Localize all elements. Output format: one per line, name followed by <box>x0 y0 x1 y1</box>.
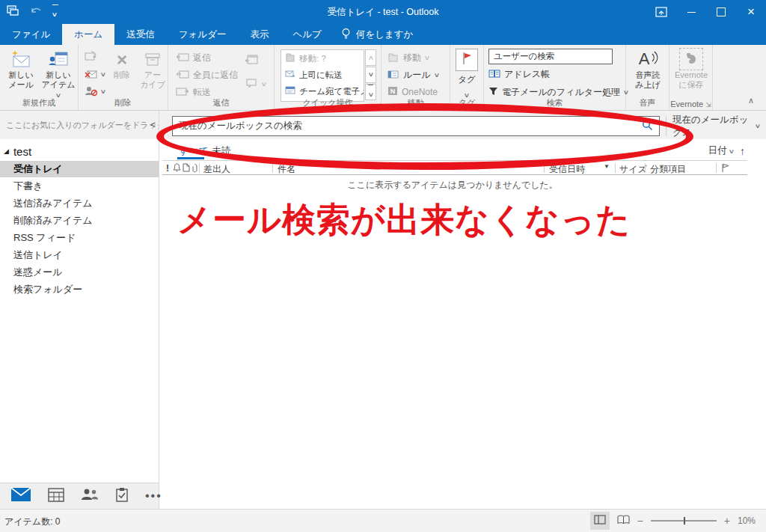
quick-steps-scroll-up-button[interactable]: ∨ <box>365 49 376 66</box>
account-node[interactable]: ◢ test <box>0 143 159 159</box>
column-from[interactable]: 差出人 <box>203 163 230 176</box>
onenote-button[interactable]: N OneNote <box>387 86 438 98</box>
new-mail-label-line2: メール <box>3 80 39 90</box>
find-user-input[interactable]: ユーザーの検索 <box>488 49 613 64</box>
rules-button[interactable]: ルール ∨ <box>387 69 438 82</box>
column-importance[interactable]: ! <box>166 163 169 174</box>
annotation-oval <box>156 103 693 170</box>
sort-controls: 日付 ∨ ↑ <box>708 144 745 157</box>
group-label-delete: 削除 <box>79 97 168 108</box>
new-items-button[interactable]: 新しい アイテム ∨ <box>40 48 76 100</box>
tab-home[interactable]: ホーム <box>62 24 114 45</box>
column-category[interactable]: 分類項目 <box>650 163 686 176</box>
reading-pane-layout-icon[interactable] <box>590 512 610 530</box>
quick-steps-box: 移動: ? 上司に転送 チーム宛て電子メ… <box>281 49 364 102</box>
team-email-icon <box>285 86 295 97</box>
quick-step-move[interactable]: 移動: ? <box>281 50 364 67</box>
quick-steps-scroll: ∨ ∨ ∨ <box>365 49 376 101</box>
ignore-button[interactable] <box>85 51 97 64</box>
delete-label: 削除 <box>105 70 138 80</box>
zoom-out-button[interactable]: − <box>637 515 643 527</box>
tab-file[interactable]: ファイル <box>0 24 62 45</box>
archive-label-line2: カイブ <box>138 80 167 90</box>
title-bar: ∨ 受信トレイ - test - Outlook × <box>0 0 766 24</box>
group-find: ユーザーの検索 アドレス帳 電子メールのフィルター処理 ∨ 検索 <box>484 45 626 110</box>
chevron-down-icon: ∨ <box>100 89 107 95</box>
group-respond: 返信 全員に返信 転送 ∨ 返信 <box>168 45 275 110</box>
folder-rss[interactable]: RSS フィード <box>0 230 159 246</box>
close-button[interactable]: × <box>736 0 766 24</box>
calendar-nav-icon[interactable] <box>48 487 64 505</box>
rules-label: ルール <box>403 69 431 82</box>
column-size[interactable]: サイズ <box>619 163 647 176</box>
attachment-icon[interactable] <box>192 163 198 175</box>
new-items-icon <box>40 48 76 70</box>
address-book-button[interactable]: アドレス帳 <box>488 68 550 81</box>
meeting-button[interactable] <box>245 54 258 67</box>
im-reply-button[interactable]: ∨ <box>245 78 266 91</box>
maximize-button[interactable] <box>706 0 736 24</box>
archive-button[interactable]: アー カイブ <box>138 48 167 90</box>
sort-ascending-icon[interactable]: ↑ <box>740 145 745 157</box>
minimize-button[interactable] <box>676 0 706 24</box>
sort-by-date[interactable]: 日付 ∨ <box>708 144 734 157</box>
tab-send-receive[interactable]: 送受信 <box>114 24 167 45</box>
zoom-in-button[interactable]: + <box>724 515 730 527</box>
read-aloud-button[interactable]: A 音声読 み上げ <box>630 48 666 90</box>
rules-icon <box>387 70 399 82</box>
quick-steps-scroll-down-button[interactable]: ∨ <box>365 67 376 83</box>
tell-me-box[interactable]: 何をしますか <box>334 24 420 45</box>
save-to-evernote-button[interactable]: Evernote に保存 <box>673 48 709 90</box>
svg-text:A: A <box>639 49 650 68</box>
reply-all-button[interactable]: 全員に返信 <box>176 69 238 82</box>
mail-nav-icon[interactable] <box>10 487 31 505</box>
group-evernote: Evernote に保存 Evernote ⇲ <box>670 45 713 110</box>
zoom-level[interactable]: 10% <box>738 516 756 526</box>
chevron-down-icon: ∨ <box>261 82 268 88</box>
tags-button[interactable]: タグ <box>450 74 483 85</box>
chevron-down-icon: ∨ <box>367 72 374 78</box>
reading-view-icon[interactable] <box>617 514 630 528</box>
cleanup-button[interactable]: ∨ <box>85 68 105 82</box>
sort-descending-icon[interactable]: ▼ <box>604 163 610 170</box>
expand-triangle-icon[interactable]: ◢ <box>4 147 9 155</box>
group-speech: A 音声読 み上げ 音声 <box>626 45 670 110</box>
ribbon-display-options-icon[interactable] <box>646 0 676 24</box>
collapse-folder-pane-icon[interactable]: < <box>150 120 156 130</box>
favorites-drop-hint: ここにお気に入りのフォルダーをドラッグし < <box>0 111 159 139</box>
flag-icon <box>462 52 472 68</box>
collapse-ribbon-button[interactable]: ∧ <box>748 96 754 106</box>
quick-step-to-manager[interactable]: 上司に転送 <box>281 67 364 83</box>
folder-inbox[interactable]: 受信トレイ <box>0 161 159 177</box>
group-delete: ∨ ∨ × 削除 アー カイブ 削除 <box>79 45 168 110</box>
more-apps-icon[interactable]: ••• <box>145 492 162 500</box>
address-book-label: アドレス帳 <box>504 68 550 81</box>
move-button[interactable]: 移動 ∨ <box>387 52 429 64</box>
follow-up-flag-button[interactable] <box>456 49 478 71</box>
item-type-icon[interactable] <box>183 163 190 174</box>
dialog-launcher-icon[interactable]: ⇲ <box>705 101 711 108</box>
zoom-slider-thumb[interactable] <box>684 517 685 525</box>
folder-search[interactable]: 検索フォルダー <box>0 281 159 298</box>
reply-button[interactable]: 返信 <box>176 52 211 64</box>
people-nav-icon[interactable] <box>81 488 99 504</box>
reminder-bell-icon[interactable] <box>173 163 181 174</box>
folder-outbox[interactable]: 送信トレイ <box>0 247 159 263</box>
tab-folder[interactable]: フォルダー <box>167 24 239 45</box>
onenote-icon: N <box>387 86 398 98</box>
tab-help[interactable]: ヘルプ <box>281 24 333 45</box>
folder-junk[interactable]: 迷惑メール <box>0 264 159 281</box>
flag-column-icon[interactable] <box>721 163 729 175</box>
folder-drafts[interactable]: 下書き <box>0 178 159 195</box>
folder-sent[interactable]: 送信済みアイテム <box>0 195 159 212</box>
tell-me-label: 何をしますか <box>356 28 413 41</box>
reply-label: 返信 <box>193 52 211 64</box>
folder-deleted[interactable]: 削除済みアイテム <box>0 213 159 229</box>
tab-view[interactable]: 表示 <box>238 24 281 45</box>
chevron-down-icon: ∨ <box>755 123 762 129</box>
account-name: test <box>13 145 31 158</box>
zoom-slider[interactable] <box>651 520 717 522</box>
delete-button[interactable]: × 削除 <box>105 48 138 80</box>
tasks-nav-icon[interactable] <box>115 487 129 505</box>
new-mail-button[interactable]: 新しい メール <box>3 48 39 90</box>
